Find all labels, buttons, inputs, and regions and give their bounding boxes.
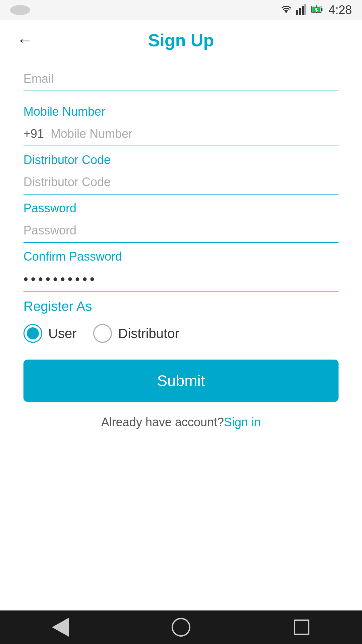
status-bar: 4:28 <box>0 0 362 20</box>
already-have-account-text: Already have account? <box>101 415 224 429</box>
distributor-code-field: Distributor Code <box>23 153 339 195</box>
radio-user-label: User <box>48 326 76 341</box>
mobile-number-label: Mobile Number <box>23 105 339 119</box>
radio-distributor-label: Distributor <box>118 326 179 341</box>
password-field: Password <box>23 201 339 243</box>
nav-back-button[interactable] <box>47 614 74 641</box>
status-icons <box>280 3 323 17</box>
svg-rect-3 <box>304 4 306 15</box>
svg-rect-2 <box>302 6 304 15</box>
submit-button[interactable]: Submit <box>23 360 339 402</box>
confirm-password-field: Confirm Password •••••••••• <box>23 250 339 292</box>
radio-user-circle <box>23 324 42 343</box>
nav-back-icon <box>52 618 69 637</box>
mobile-prefix: +91 <box>23 122 44 146</box>
form-container: Mobile Number +91 Distributor Code Passw… <box>0 60 362 443</box>
sign-in-link[interactable]: Sign in <box>224 415 261 429</box>
svg-rect-1 <box>299 8 301 15</box>
radio-group: User Distributor <box>23 324 339 343</box>
register-as-label: Register As <box>23 299 339 314</box>
nav-home-button[interactable] <box>168 614 194 641</box>
distributor-code-input[interactable] <box>23 170 339 195</box>
email-field-wrapper <box>23 67 339 91</box>
confirm-password-label: Confirm Password <box>23 250 339 264</box>
mobile-number-field: Mobile Number +91 <box>23 105 339 146</box>
svg-rect-0 <box>296 10 298 15</box>
nav-home-icon <box>172 618 190 637</box>
mobile-input[interactable] <box>51 122 339 146</box>
svg-rect-5 <box>321 8 322 11</box>
signin-text: Already have account?Sign in <box>23 415 339 429</box>
main-container: ← Sign Up Mobile Number +91 Distributor … <box>0 20 362 610</box>
wifi-icon <box>280 3 292 17</box>
confirm-password-value: •••••••••• <box>23 267 339 292</box>
register-as-field: Register As User Distributor <box>23 299 339 343</box>
radio-distributor-circle <box>93 324 112 343</box>
radio-user-inner <box>27 327 39 339</box>
mobile-input-wrapper: +91 <box>23 122 339 146</box>
status-right: 4:28 <box>280 3 352 17</box>
status-time: 4:28 <box>328 3 352 17</box>
page-title: Sign Up <box>148 30 214 50</box>
nav-recents-icon <box>294 620 309 635</box>
signal-icon <box>296 3 308 17</box>
back-button[interactable]: ← <box>17 32 33 48</box>
distributor-code-label: Distributor Code <box>23 153 339 167</box>
header: ← Sign Up <box>0 20 362 60</box>
battery-icon <box>311 3 323 17</box>
radio-user[interactable]: User <box>23 324 76 343</box>
status-indicator <box>10 5 30 15</box>
email-input[interactable] <box>23 67 339 91</box>
password-input[interactable] <box>23 219 339 243</box>
password-label: Password <box>23 201 339 215</box>
bottom-nav <box>0 610 362 644</box>
nav-recents-button[interactable] <box>288 614 315 641</box>
radio-distributor[interactable]: Distributor <box>93 324 179 343</box>
